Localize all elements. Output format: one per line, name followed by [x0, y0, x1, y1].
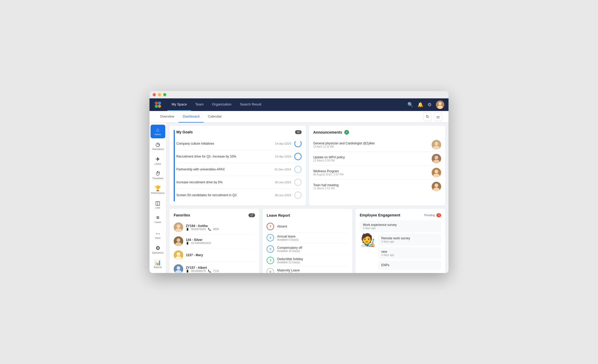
leave-item-1[interactable]: 0 Annual leave Available 0 Day(s) — [267, 232, 348, 244]
sidebar-item-operations[interactable]: ⚙ Operations — [151, 243, 165, 256]
ee-survey-3[interactable]: ENPs — [378, 261, 441, 270]
refresh-button[interactable]: ↻ — [423, 113, 432, 121]
leave-item-2[interactable]: 0 Compensatory off Available 10 Day(s) — [267, 244, 348, 255]
leave-name-1: Annual leave — [277, 235, 348, 238]
goal-item-2[interactable]: Partnership with universities-APAC 31-De… — [176, 163, 302, 176]
announcements-card: Announcements + General physician and Ca… — [309, 126, 445, 206]
sidebar-item-timesheet[interactable]: ⏱ Timesheet — [151, 169, 165, 182]
sub-tabs-bar: Overview Dashboard Calendar ↻ ⚌ — [150, 111, 448, 123]
add-announcement-button[interactable]: + — [344, 130, 349, 135]
goal-item-0[interactable]: Company culture initiatives 14-Apr-2025 — [176, 137, 302, 150]
sidebar-item-reports[interactable]: 📊 Reports — [151, 257, 165, 271]
search-icon[interactable]: 🔍 — [407, 102, 413, 108]
bell-icon[interactable]: 🔔 — [417, 102, 423, 108]
svg-point-1 — [158, 102, 161, 105]
ee-survey-0[interactable]: Work experience survey 3 days ago — [360, 220, 441, 232]
subtab-overview[interactable]: Overview — [156, 111, 178, 123]
fav-avatar-0 — [174, 223, 183, 232]
favorites-card: Favorites 17 ZY194 - Anitha 📱9836875643 — [170, 209, 259, 273]
leave-circle-4: 0 — [267, 268, 274, 273]
sidebar-item-attendance[interactable]: ◷ Attendance — [151, 139, 165, 153]
leave-days-4: Available 0 Day(s) — [277, 272, 348, 273]
leave-item-4[interactable]: 0 Maternity Leave Available 0 Day(s) — [267, 266, 348, 273]
nav-tab-searchresult[interactable]: Search Result — [236, 98, 266, 111]
goal-date-0: 14-Apr-2025 — [275, 142, 291, 145]
announcement-name-1: Update on WFH policy — [313, 155, 428, 159]
user-avatar[interactable] — [436, 100, 444, 109]
announcement-avatar-1 — [432, 154, 441, 163]
fav-info-2: 1237 - Mary — [186, 253, 255, 257]
fav-item-2[interactable]: 1237 - Mary — [174, 248, 255, 262]
pending-label: Pending — [424, 214, 435, 217]
fav-avatar-1 — [174, 236, 183, 246]
maximize-button[interactable] — [163, 93, 166, 96]
sidebar-item-performance[interactable]: 🏆 Performance — [151, 183, 165, 197]
sidebar-label-more: More — [155, 237, 161, 240]
nav-tab-team[interactable]: Team — [191, 98, 208, 111]
announcement-text-2: Wellness Program 08 August 2018 , 5:37 P… — [313, 169, 428, 176]
fav-contact-1: 📱93-93894893403 — [186, 242, 255, 245]
leave-item-3[interactable]: 3 Deductible holiday Available 22 Day(s) — [267, 255, 348, 266]
ee-survey-2[interactable]: new 3 days ago — [378, 247, 441, 259]
home-icon: ⌂ — [156, 127, 159, 133]
leave-icon: ✈ — [156, 156, 160, 162]
favorites-header: Favorites 17 — [174, 213, 255, 217]
sidebar-item-leave[interactable]: ✈ Leave — [151, 154, 165, 168]
leave-circle-3: 3 — [267, 257, 274, 264]
topnav-actions: 🔍 🔔 ⚙ — [407, 100, 444, 109]
announcement-item-2[interactable]: Wellness Program 08 August 2018 , 5:37 P… — [313, 166, 441, 180]
goal-item-4[interactable]: Screen 50 candidates for recruitment in … — [176, 189, 302, 201]
announcement-item-1[interactable]: Update on WFH policy 11 March 2:50 PM — [313, 152, 441, 166]
announcement-item-3[interactable]: Town hall meeting 11 March 2:51 PM — [313, 180, 441, 193]
more-icon: ··· — [156, 230, 160, 236]
fav-item-0[interactable]: ZY194 - Anitha 📱9836875643 📞6894 — [174, 220, 255, 234]
my-goals-card: My Goals 32 Company culture initiatives … — [170, 126, 306, 206]
announcement-text-1: Update on WFH policy 11 March 2:50 PM — [313, 155, 428, 162]
goal-progress-0 — [294, 140, 302, 147]
announcement-name-3: Town hall meeting — [313, 183, 428, 187]
ee-survey-1[interactable]: Remote work survey 3 days ago — [378, 234, 441, 246]
leave-report-card: Leave Report 7 Absent 0 Annual leave — [262, 209, 352, 273]
announcement-time-1: 11 March 2:50 PM — [313, 159, 428, 162]
goal-name-3: Increase recruitment drive by 5% — [176, 180, 222, 184]
goal-item-3[interactable]: Increase recruitment drive by 5% 30-Jun-… — [176, 176, 302, 189]
goal-item-1[interactable]: Recruitment drive for Q1- Increase by 10… — [176, 150, 302, 163]
leave-info-4: Maternity Leave Available 0 Day(s) — [277, 269, 348, 273]
survey-time-2: 3 days ago — [381, 254, 438, 256]
filter-button[interactable]: ⚌ — [434, 113, 442, 121]
subtab-dashboard[interactable]: Dashboard — [178, 111, 204, 123]
subtab-calendar[interactable]: Calendar — [204, 111, 226, 123]
sidebar-label-leave: Leave — [155, 163, 161, 165]
nav-tab-organization[interactable]: Organization — [208, 98, 236, 111]
survey-time-0: 3 days ago — [363, 227, 438, 230]
svg-point-17 — [435, 184, 438, 187]
leave-name-3: Deductible holiday — [277, 257, 348, 261]
fav-avatar-2 — [174, 250, 183, 260]
close-button[interactable] — [153, 93, 156, 96]
svg-point-23 — [177, 238, 180, 242]
sidebar-item-lms[interactable]: ◫ LMS — [151, 198, 165, 211]
sidebar-item-cases[interactable]: ≡ Cases — [151, 213, 165, 226]
minimize-button[interactable] — [158, 93, 161, 96]
goal-name-0: Company culture initiatives — [176, 142, 214, 145]
announcement-item-0[interactable]: General physician and Cardiologist @Zylk… — [313, 138, 441, 152]
announcement-name-2: Wellness Program — [313, 169, 428, 173]
fav-name-3: ZY157 - Albert — [186, 266, 255, 270]
goal-progress-4 — [294, 191, 302, 199]
sidebar-item-more[interactable]: ··· More — [151, 228, 165, 242]
nav-tab-myspace[interactable]: My Space — [167, 98, 191, 111]
leave-days-1: Available 0 Day(s) — [277, 238, 348, 241]
attendance-icon: ◷ — [156, 141, 160, 148]
sidebar-label-operations: Operations — [152, 252, 163, 254]
fav-name-0: ZY194 - Anitha — [186, 224, 255, 228]
fav-contact-0: 📱9836875643 📞6894 — [186, 228, 255, 231]
leave-info-0: Absent — [277, 225, 348, 228]
settings-icon[interactable]: ⚙ — [427, 102, 432, 108]
sidebar-item-home[interactable]: ⌂ Home — [151, 125, 165, 138]
leave-item-0[interactable]: 7 Absent — [267, 221, 348, 232]
fav-item-3[interactable]: ZY157 - Albert 📱8816686678 📞7116 — [174, 262, 255, 273]
leave-circle-2: 0 — [267, 245, 274, 253]
leave-circle-0: 7 — [267, 223, 274, 230]
fav-item-1[interactable]: 144 - Silver 📱93-93894893403 — [174, 234, 255, 248]
bottom-row: Favorites 17 ZY194 - Anitha 📱9836875643 — [170, 209, 445, 273]
